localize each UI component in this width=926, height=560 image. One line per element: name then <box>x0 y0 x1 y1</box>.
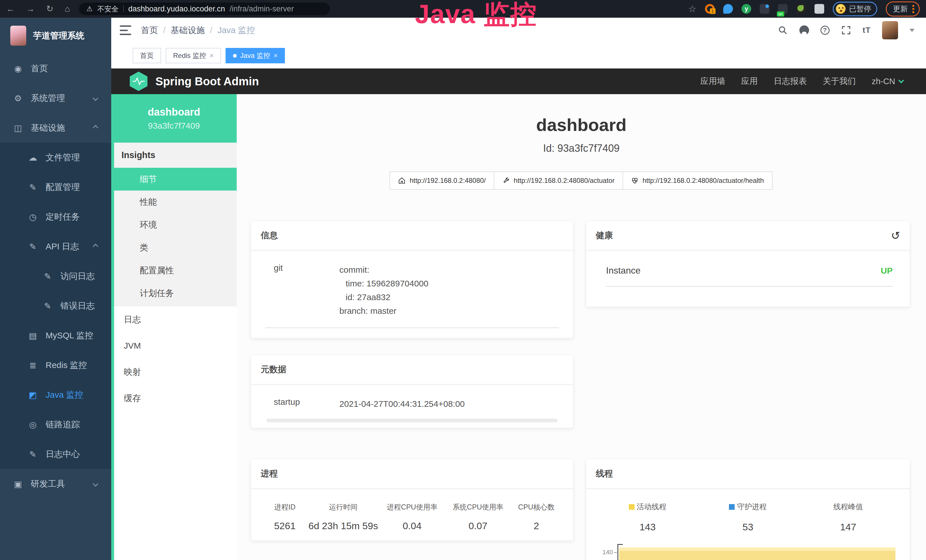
legend-value: 147 <box>798 522 898 533</box>
spring-boot-admin-brand[interactable]: Spring Boot Admin <box>156 75 259 88</box>
user-menu-caret-icon[interactable] <box>909 29 915 32</box>
address-bar[interactable]: ⚠ 不安全 dashboard.yudao.iocoder.cn/infra/a… <box>79 3 330 15</box>
sidebar-item-access-logs[interactable]: ✎ 访问日志 <box>0 261 111 291</box>
actuator-url-button[interactable]: http://192.168.0.2:48080/actuator <box>494 171 623 190</box>
sidebar-item-label: 系统管理 <box>31 92 65 104</box>
service-url-button[interactable]: http://192.168.0.2:48080/ <box>390 171 494 190</box>
extension-icon-switch[interactable]: on <box>778 4 788 14</box>
browser-menu-dots-icon[interactable] <box>912 5 914 13</box>
browser-home-icon[interactable]: ⌂ <box>65 5 70 13</box>
threads-card: 线程 活动线程 143 守护进程 53 线程峰值 147 <box>586 459 910 560</box>
sba-nav: 应用墙 应用 日志报表 关于我们 zh-CN <box>701 76 903 87</box>
sidebar-item-scheduled-tasks[interactable]: ◷ 定时任务 <box>0 202 111 232</box>
sidebar-item-home[interactable]: ◉ 首页 <box>0 54 111 83</box>
breadcrumb-infrastructure[interactable]: 基础设施 <box>171 24 205 36</box>
close-icon[interactable]: × <box>210 51 213 60</box>
close-icon[interactable]: × <box>274 51 277 60</box>
insight-item-scheduled-tasks[interactable]: 计划任务 <box>111 282 237 305</box>
insight-item-metrics[interactable]: 性能 <box>111 191 237 213</box>
tab-redis-monitor[interactable]: Redis 监控 × <box>166 48 221 64</box>
infrastructure-submenu: ☁ 文件管理 ✎ 配置管理 ◷ 定时任务 ✎ API 日志 ✎ <box>0 143 111 469</box>
sidebar-item-config-management[interactable]: ✎ 配置管理 <box>0 172 111 202</box>
sidebar-item-api-logs[interactable]: ✎ API 日志 <box>0 232 111 261</box>
instance-accent-strip <box>111 94 114 560</box>
locale-label: zh-CN <box>872 77 895 86</box>
panel-item-label: JVM <box>124 341 141 351</box>
extensions-puzzle-icon[interactable] <box>814 4 824 14</box>
insight-item-details[interactable]: 细节 <box>111 168 237 191</box>
user-avatar[interactable] <box>882 21 898 39</box>
history-icon[interactable]: ↺ <box>891 230 900 241</box>
sidebar-item-label: API 日志 <box>45 241 79 253</box>
horizontal-scrollbar[interactable] <box>267 419 558 422</box>
help-icon[interactable]: ? <box>820 26 830 35</box>
sidebar-item-system-management[interactable]: ⚙ 系统管理 <box>0 83 111 113</box>
sba-locale-select[interactable]: zh-CN <box>872 77 903 86</box>
profile-chip[interactable]: 已暂停 <box>833 2 877 16</box>
sidebar-item-java-monitor[interactable]: ◩ Java 监控 <box>0 380 111 410</box>
back-icon[interactable]: ← <box>6 5 15 13</box>
sba-nav-applications[interactable]: 应用 <box>741 76 758 87</box>
extension-icon-orange[interactable]: 1 <box>705 4 715 14</box>
uptime-col: 运行时间 6d 23h 15m 59s <box>307 502 379 531</box>
sidebar-item-log-center[interactable]: ✎ 日志中心 <box>0 439 111 469</box>
tab-home[interactable]: 首页 <box>133 48 161 64</box>
sidebar-item-file-management[interactable]: ☁ 文件管理 <box>0 143 111 172</box>
health-instance-row[interactable]: Instance UP <box>606 265 893 287</box>
github-icon[interactable] <box>799 26 809 35</box>
insight-item-environment[interactable]: 环境 <box>111 213 237 236</box>
breadcrumb-separator: / <box>210 26 212 35</box>
insight-label: 性能 <box>140 196 157 208</box>
sidebar-item-infrastructure[interactable]: ◫ 基础设施 <box>0 113 111 143</box>
search-icon[interactable] <box>778 25 788 35</box>
breadcrumb-separator: / <box>163 26 165 35</box>
breadcrumb-home[interactable]: 首页 <box>141 24 158 36</box>
sidebar-item-redis-monitor[interactable]: ≣ Redis 监控 <box>0 350 111 380</box>
sidebar-item-label: 首页 <box>31 63 48 74</box>
live-threads-area-series <box>619 550 896 560</box>
insight-item-config-props[interactable]: 配置属性 <box>111 259 237 282</box>
sidebar-item-tracing[interactable]: ◎ 链路追踪 <box>0 410 111 439</box>
metric-header: CPU核心数 <box>511 502 562 512</box>
panel-item-logs[interactable]: 日志 <box>111 306 237 333</box>
health-url-button[interactable]: http://192.168.0.2:48080/actuator/health <box>623 171 773 190</box>
extension-icon-leaf[interactable] <box>796 4 806 14</box>
log-icon: ✎ <box>42 271 53 281</box>
metadata-row-label: startup <box>274 397 339 411</box>
bookmark-star-icon[interactable]: ☆ <box>688 3 696 14</box>
sidebar-item-error-logs[interactable]: ✎ 错误日志 <box>0 291 111 321</box>
threads-chart: 140 120 100 <box>586 544 910 560</box>
panel-item-caches[interactable]: 缓存 <box>111 385 237 412</box>
instance-header[interactable]: dashboard 93a3fc7f7409 <box>111 94 237 143</box>
extension-icon-y[interactable]: y <box>741 4 751 14</box>
reload-icon[interactable]: ↻ <box>46 5 53 13</box>
panel-item-jvm[interactable]: JVM <box>111 333 237 359</box>
cloud-icon: ☁ <box>27 153 38 163</box>
forward-icon[interactable]: → <box>26 5 35 13</box>
sidebar-item-mysql-monitor[interactable]: ▤ MySQL 监控 <box>0 321 111 350</box>
browser-update-button[interactable]: 更新 <box>886 2 920 17</box>
timer-icon: ◷ <box>27 212 38 222</box>
sidebar-item-dev-tools[interactable]: ▣ 研发工具 <box>0 469 111 499</box>
sba-nav-wallboard[interactable]: 应用墙 <box>701 76 725 87</box>
peak-threads-col: 线程峰值 147 <box>798 502 898 533</box>
sidebar-collapse-icon[interactable] <box>120 26 131 35</box>
panel-item-mappings[interactable]: 映射 <box>111 359 237 385</box>
sba-nav-about[interactable]: 关于我们 <box>823 76 856 87</box>
heartbeat-icon <box>631 177 639 184</box>
process-metrics: 进程ID 5261 运行时间 6d 23h 15m 59s 进程CPU使用率 0… <box>251 502 573 531</box>
log-icon: ✎ <box>42 301 53 311</box>
git-commit-line: commit: <box>339 263 428 277</box>
card-title: 健康 <box>596 230 613 241</box>
sba-nav-journal[interactable]: 日志报表 <box>774 76 807 87</box>
home-icon <box>398 177 406 184</box>
gear-icon: ⚙ <box>12 93 23 103</box>
font-size-icon[interactable]: tT <box>863 26 871 35</box>
extension-icon-grid[interactable] <box>760 4 769 14</box>
extension-icon-pin[interactable] <box>723 4 733 14</box>
legend-label: 活动线程 <box>637 502 666 512</box>
insight-item-classes[interactable]: 类 <box>111 236 237 259</box>
tab-java-monitor[interactable]: Java 监控 × <box>225 48 285 64</box>
fullscreen-icon[interactable] <box>841 25 851 35</box>
metadata-row-value: 2021-04-27T00:44:31.254+08:00 <box>339 397 465 411</box>
